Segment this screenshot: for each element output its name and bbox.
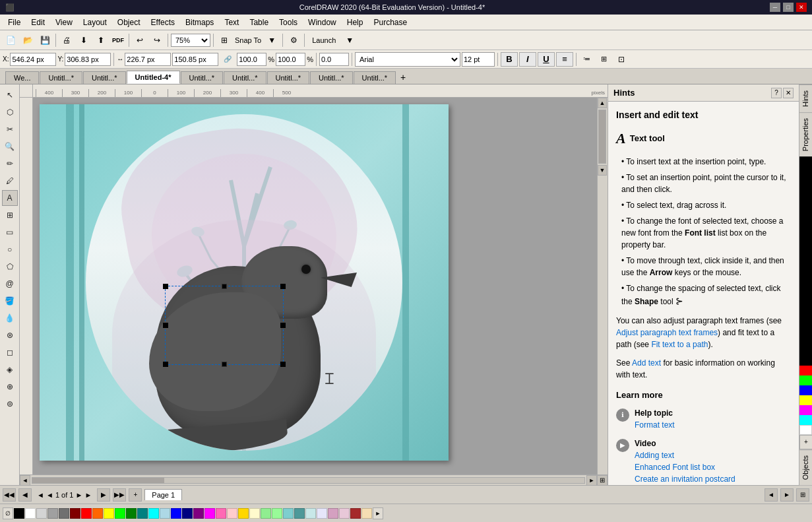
freehand-tool[interactable]: ✏ (2, 156, 18, 172)
swatch-green[interactable] (126, 508, 137, 519)
snap-toggle[interactable]: ⊞ (216, 32, 232, 48)
hints-close-button[interactable]: ✕ (783, 88, 794, 98)
hscroll-right-button[interactable]: ► (586, 475, 597, 486)
rect-tool[interactable]: ▭ (2, 224, 18, 240)
menu-help[interactable]: Help (342, 16, 369, 28)
print-button[interactable]: 🖨 (59, 32, 75, 48)
swatch-lgray[interactable] (36, 508, 47, 519)
menu-table[interactable]: Table (244, 16, 274, 28)
redo-button[interactable]: ↪ (149, 32, 165, 48)
export-button[interactable]: ⬆ (93, 32, 109, 48)
ellipse-tool[interactable]: ○ (2, 242, 18, 257)
first-page-button[interactable]: ◀◀ (3, 488, 16, 502)
shape-tool[interactable]: ⬡ (2, 104, 18, 120)
tab-3-active[interactable]: Untitled-4* (127, 71, 180, 84)
swatch-black[interactable] (14, 508, 24, 519)
open-button[interactable]: 📂 (20, 32, 36, 48)
objects-side-tab[interactable]: Objects (799, 449, 812, 485)
fill-tool[interactable]: 🪣 (2, 293, 18, 309)
swatch-ltcyan[interactable] (305, 508, 316, 519)
swatch-gray[interactable] (47, 508, 58, 519)
menu-purchase[interactable]: Purchase (368, 16, 412, 28)
invitation-link[interactable]: Create an invitation postcard (635, 473, 735, 485)
swatch-magenta[interactable] (204, 508, 215, 519)
underline-button[interactable]: U (538, 52, 555, 67)
y-input[interactable] (65, 53, 111, 66)
hscroll-left-button[interactable]: ◄ (20, 475, 30, 486)
add-tab-button[interactable]: + (396, 71, 410, 84)
undo-button[interactable]: ↩ (132, 32, 148, 48)
tab-4[interactable]: Untitl...* (181, 71, 224, 84)
add-page-button[interactable]: + (129, 488, 142, 502)
shadow-tool[interactable]: ◻ (2, 344, 18, 360)
hints-help-button[interactable]: ? (771, 88, 782, 98)
snap-dropdown[interactable]: ▼ (264, 32, 280, 48)
bullet-list-button[interactable]: ≔ (579, 51, 595, 67)
menu-edit[interactable]: Edit (26, 16, 50, 28)
font-select[interactable]: Arial (355, 52, 460, 67)
adjust-frames-link[interactable]: Adjust paragraph text frames (616, 328, 718, 337)
swatch-gold[interactable] (238, 508, 249, 519)
swatch-navy[interactable] (182, 508, 193, 519)
swatch-mintgreen[interactable] (272, 508, 282, 519)
font-size-input[interactable] (462, 52, 495, 67)
tab-5[interactable]: Untitl...* (224, 71, 266, 84)
pdf-button[interactable]: PDF (110, 32, 126, 48)
swatch-darkred[interactable] (70, 508, 80, 519)
maximize-button[interactable]: □ (783, 3, 794, 12)
parallel-tool[interactable]: ⊞ (2, 207, 18, 223)
artwork[interactable]: ⌶ (40, 104, 449, 461)
swatch-ltblue[interactable] (160, 508, 170, 519)
new-button[interactable]: 📄 (3, 32, 18, 48)
adding-text-link[interactable]: Adding text (635, 449, 735, 461)
last-page-button[interactable]: ▶▶ (113, 488, 126, 502)
properties-side-tab[interactable]: Properties (799, 112, 812, 156)
v-scrollbar[interactable]: ▲ ▼ (597, 98, 608, 474)
swatch-brown[interactable] (350, 508, 361, 519)
swatch-purple[interactable] (193, 508, 204, 519)
swatch-orange[interactable] (92, 508, 103, 519)
scale-w-input[interactable] (237, 53, 266, 66)
num-list-button[interactable]: ⊞ (596, 51, 612, 67)
menu-layout[interactable]: Layout (78, 16, 112, 28)
prev-page-button[interactable]: ◀ (18, 488, 32, 502)
swatch-ltpink[interactable] (227, 508, 237, 519)
minimize-button[interactable]: ─ (770, 3, 780, 12)
pen-tool[interactable]: 🖊 (2, 173, 18, 189)
h-scroll-thumb[interactable] (32, 478, 164, 483)
close-button[interactable]: ✕ (796, 3, 807, 12)
swatch-dgray[interactable] (59, 508, 69, 519)
tab-1[interactable]: Untitl...* (40, 71, 82, 84)
swatch-blue[interactable] (171, 508, 181, 519)
canvas-area[interactable]: 400 300 200 100 0 100 200 300 400 500 pi… (20, 84, 608, 485)
swatch-white[interactable] (25, 508, 36, 519)
menu-text[interactable]: Text (219, 16, 244, 28)
swatch-teal[interactable] (137, 508, 148, 519)
fit-path-link[interactable]: Fit text to a path (651, 340, 708, 349)
menu-window[interactable]: Window (303, 16, 342, 28)
v-scroll-track[interactable] (598, 110, 606, 164)
swatch-ltgreen[interactable] (261, 508, 271, 519)
swatch-wheat[interactable] (361, 508, 372, 519)
menu-tools[interactable]: Tools (274, 16, 303, 28)
hints-side-tab[interactable]: Hints (799, 84, 812, 112)
crop-tool[interactable]: ✂ (2, 121, 18, 137)
eyedropper-tool[interactable]: 💧 (2, 310, 18, 326)
blend-tool[interactable]: ⊛ (2, 327, 18, 343)
menu-effects[interactable]: Effects (146, 16, 180, 28)
text-tool active[interactable]: A (2, 190, 18, 206)
menu-view[interactable]: View (50, 16, 78, 28)
save-button[interactable]: 💾 (37, 32, 53, 48)
angle-input[interactable] (319, 53, 349, 66)
vscroll-up-button[interactable]: ▲ (598, 98, 607, 108)
h-scroll-track[interactable] (32, 477, 585, 484)
align-button[interactable]: ≡ (556, 52, 573, 67)
v-scroll-thumb[interactable] (599, 110, 606, 163)
width-input[interactable] (125, 53, 171, 66)
scale-h-input[interactable] (276, 53, 305, 66)
view-options-button[interactable]: ⊞ (796, 488, 809, 502)
launch-dropdown[interactable]: ▼ (342, 32, 358, 48)
launch-button[interactable]: Launch (307, 32, 340, 48)
h-scrollbar[interactable]: ◄ ► ⊞ (20, 474, 608, 485)
menu-object[interactable]: Object (112, 16, 146, 28)
